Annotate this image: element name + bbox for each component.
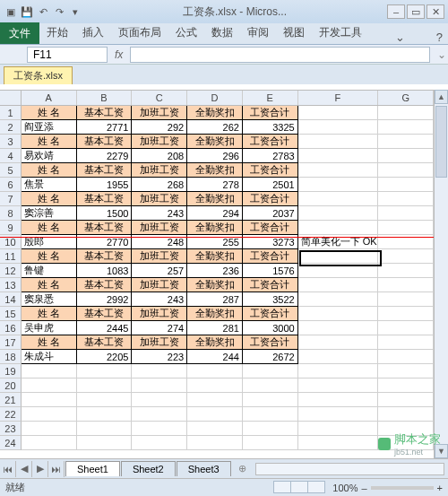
row-header[interactable]: 16 — [0, 321, 22, 335]
cell[interactable] — [378, 192, 434, 206]
horizontal-scrollbar[interactable] — [255, 463, 444, 475]
cell[interactable] — [132, 364, 187, 379]
cell[interactable]: 全勤奖扣 — [187, 278, 243, 292]
cell[interactable] — [243, 436, 298, 450]
cell[interactable]: 296 — [187, 149, 243, 163]
cell[interactable]: 殷郎 — [22, 235, 77, 249]
cell[interactable]: 278 — [187, 178, 243, 192]
cell[interactable]: 加班工资 — [132, 135, 187, 149]
cell[interactable]: 加班工资 — [132, 335, 187, 350]
cell[interactable] — [378, 235, 434, 249]
formula-bar[interactable] — [130, 47, 430, 63]
row-header[interactable]: 12 — [0, 264, 22, 278]
cell[interactable]: 223 — [132, 350, 187, 364]
tab-pagelayout[interactable]: 页面布局 — [111, 22, 168, 44]
cell[interactable]: 268 — [132, 178, 187, 192]
cell[interactable] — [243, 379, 298, 393]
tab-developer[interactable]: 开发工具 — [312, 22, 369, 44]
cell[interactable]: 243 — [132, 206, 187, 221]
cell[interactable] — [298, 364, 379, 379]
sheet-tab-1[interactable]: Sheet1 — [65, 461, 120, 476]
cell[interactable]: 工资合计 — [243, 221, 298, 235]
row-header[interactable]: 22 — [0, 407, 22, 422]
sheet-add-icon[interactable]: ⊕ — [233, 461, 252, 476]
cell[interactable]: 工资合计 — [243, 106, 298, 120]
row-header[interactable]: 9 — [0, 221, 22, 235]
row-header[interactable]: 4 — [0, 149, 22, 163]
cell[interactable]: 工资合计 — [243, 163, 298, 178]
cell[interactable] — [77, 393, 133, 407]
col-header-c[interactable]: C — [132, 91, 187, 105]
cell[interactable] — [298, 278, 379, 292]
fx-icon[interactable]: fx — [115, 48, 123, 61]
ribbon-collapse-icon[interactable]: ⌄ — [390, 30, 410, 44]
cell[interactable] — [187, 407, 243, 422]
file-tab[interactable]: 文件 — [0, 22, 39, 44]
cell[interactable]: 基本工资 — [77, 335, 133, 350]
formula-expand-icon[interactable]: ⌄ — [435, 48, 448, 61]
cell[interactable]: 全勤奖扣 — [187, 106, 243, 120]
cell[interactable]: 2992 — [77, 292, 133, 307]
tab-view[interactable]: 视图 — [276, 22, 312, 44]
cell[interactable]: 姓 名 — [22, 135, 77, 149]
cell[interactable]: 窦泉悉 — [22, 292, 77, 307]
sheet-tab-2[interactable]: Sheet2 — [121, 461, 176, 476]
cell[interactable] — [298, 422, 379, 436]
cell[interactable] — [243, 364, 298, 379]
cell[interactable]: 2501 — [243, 178, 298, 192]
cell[interactable]: 工资合计 — [243, 335, 298, 350]
cell[interactable]: 281 — [187, 321, 243, 335]
cell[interactable]: 1500 — [77, 206, 133, 221]
cell[interactable] — [378, 163, 434, 178]
cell[interactable] — [298, 321, 379, 335]
cell[interactable]: 274 — [132, 321, 187, 335]
cell[interactable]: 全勤奖扣 — [187, 335, 243, 350]
row-header[interactable]: 13 — [0, 278, 22, 292]
cell[interactable] — [77, 436, 133, 450]
cell[interactable] — [378, 264, 434, 278]
cell[interactable] — [378, 335, 434, 350]
cell[interactable] — [378, 292, 434, 307]
cell[interactable]: 基本工资 — [77, 163, 133, 178]
scroll-thumb[interactable] — [435, 106, 447, 178]
cell[interactable]: 加班工资 — [132, 278, 187, 292]
cell[interactable] — [378, 393, 434, 407]
row-header[interactable]: 19 — [0, 364, 22, 379]
cell[interactable] — [187, 379, 243, 393]
cell[interactable] — [298, 407, 379, 422]
cell[interactable]: 1083 — [77, 264, 133, 278]
cell[interactable]: 工资合计 — [243, 249, 298, 264]
cell[interactable]: 基本工资 — [77, 192, 133, 206]
cell[interactable]: 287 — [187, 292, 243, 307]
row-header[interactable]: 21 — [0, 393, 22, 407]
cell[interactable] — [378, 364, 434, 379]
row-header[interactable]: 20 — [0, 379, 22, 393]
cell[interactable]: 全勤奖扣 — [187, 307, 243, 321]
zoom-control[interactable]: 100% – + — [332, 483, 443, 493]
cell[interactable]: 2672 — [243, 350, 298, 364]
sheet-nav-next-icon[interactable]: ▶ — [32, 461, 48, 477]
cell[interactable] — [132, 436, 187, 450]
cell[interactable]: 姓 名 — [22, 221, 77, 235]
sheet-nav-first-icon[interactable]: ⏮ — [0, 461, 16, 477]
cell[interactable]: 易欢靖 — [22, 149, 77, 163]
row-header[interactable]: 23 — [0, 422, 22, 436]
cell[interactable] — [298, 292, 379, 307]
cell[interactable]: 208 — [132, 149, 187, 163]
col-header-g[interactable]: G — [378, 91, 434, 105]
cell[interactable]: 工资合计 — [243, 192, 298, 206]
cell[interactable]: 基本工资 — [77, 221, 133, 235]
cell[interactable]: 姓 名 — [22, 106, 77, 120]
cell[interactable] — [243, 407, 298, 422]
cell[interactable]: 全勤奖扣 — [187, 163, 243, 178]
col-header-e[interactable]: E — [243, 91, 298, 105]
row-header[interactable]: 7 — [0, 192, 22, 206]
cell[interactable] — [298, 307, 379, 321]
cell[interactable]: 255 — [187, 235, 243, 249]
tab-formulas[interactable]: 公式 — [168, 22, 204, 44]
spreadsheet-grid[interactable]: A B C D E F G 1姓 名基本工资加班工资全勤奖扣工资合计2阎亚添27… — [0, 90, 434, 458]
workbook-tab[interactable]: 工资条.xlsx — [4, 66, 73, 84]
close-button[interactable]: ✕ — [426, 4, 444, 19]
cell[interactable] — [378, 120, 434, 135]
cell[interactable]: 工资合计 — [243, 135, 298, 149]
